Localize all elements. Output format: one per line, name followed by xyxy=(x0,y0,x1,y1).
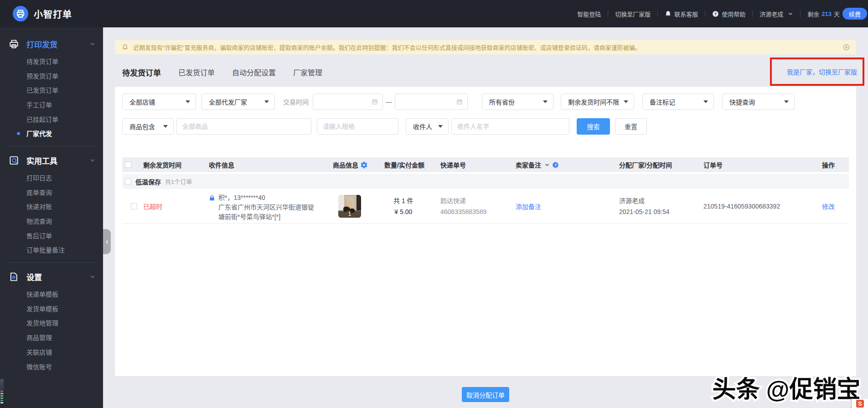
col-order-no: 订单号 xyxy=(703,160,822,169)
sidebar-item-courier-reconcile[interactable]: 快递对账 xyxy=(0,199,103,214)
spec-input[interactable] xyxy=(323,123,393,130)
product-keyword-field xyxy=(176,118,311,135)
order-no-cell: 210519-416059300683392 xyxy=(703,189,822,223)
order-tabs: 待发货订单 已发货订单 自动分配设置 厂家管理 xyxy=(115,64,322,80)
date-range-separator: — xyxy=(386,98,392,105)
chevron-down-icon xyxy=(89,41,96,47)
sidebar-section-title: 打印发货 xyxy=(26,38,89,50)
sidebar-item-preship-orders[interactable]: 预发货订单 xyxy=(0,68,103,83)
receiver-name-input[interactable] xyxy=(457,123,563,130)
help-circle-icon: ? xyxy=(712,10,719,17)
renew-button[interactable]: 续费 xyxy=(842,8,867,20)
cancel-assign-button[interactable]: 取消分配订单 xyxy=(462,387,509,402)
sidebar-item-shipped-orders[interactable]: 已发货订单 xyxy=(0,83,103,97)
sidebar-item-pending-orders[interactable]: 待发货订单 xyxy=(0,54,103,68)
sidebar-item-waybill-query[interactable]: 底单查询 xyxy=(0,185,103,199)
col-qty-amount: 数量/实付金额 xyxy=(384,160,440,169)
sidebar-item-manual-orders[interactable]: 手工订单 xyxy=(0,97,103,112)
switch-to-factory-version-link[interactable]: 我是厂家，切换至厂家版 xyxy=(787,67,857,76)
sidebar-section-items: 待发货订单 预发货订单 已发货订单 手工订单 已挂起订单 厂家代发 xyxy=(0,54,103,141)
receiver-type-select[interactable]: 收件人 xyxy=(406,118,449,135)
shop-select[interactable]: 全部店铺 xyxy=(122,94,196,110)
filter-row-1: 全部店铺 全部代发厂家 交易时间 — xyxy=(122,94,795,110)
topnav-separator xyxy=(657,10,658,17)
sidebar-item-factory-dropship[interactable]: 厂家代发 xyxy=(0,126,103,141)
chevron-down-icon xyxy=(89,157,96,163)
sidebar-section-items: 打印日志 底单查询 快递对账 物流查询 售后订单 订单批量备注 xyxy=(0,170,103,257)
sidebar-item-shiplist-template[interactable]: 发货单模板 xyxy=(0,301,103,316)
tracking-number: 4608335883589 xyxy=(440,206,516,217)
sidebar-item-wechat-account[interactable]: 微信账号 xyxy=(0,359,103,374)
note-mark-select[interactable]: 备注标记 xyxy=(642,94,714,110)
remaining-days-prefix: 剩余 xyxy=(807,10,819,18)
qty-amount-cell: 共 1 件 ¥ 5.00 xyxy=(384,189,440,223)
brand: 小智打单 xyxy=(13,6,72,21)
topnav-help[interactable]: ? 使用帮助 xyxy=(712,10,745,18)
sidebar-section-settings-header[interactable]: 设置 xyxy=(0,267,103,287)
topnav-separator xyxy=(608,10,608,17)
add-note-link[interactable]: 添加备注 xyxy=(516,202,619,211)
sidebar-item-aftersale-orders[interactable]: 售后订单 xyxy=(0,228,103,243)
bell-icon xyxy=(665,10,672,17)
notice-close-icon[interactable] xyxy=(843,44,850,51)
seller-note-cell: 添加备注 xyxy=(516,189,619,223)
topnav-user-menu[interactable]: 济源老成 xyxy=(760,10,793,18)
select-all-checkbox[interactable] xyxy=(125,162,131,168)
col-remain-ship-time: 剩余发货时间 xyxy=(143,160,209,169)
reset-button[interactable]: 重置 xyxy=(615,118,647,135)
chevron-down-icon xyxy=(89,273,96,280)
tab-shipped-orders[interactable]: 已发货订单 xyxy=(178,67,215,78)
topnav-switch-factory-version[interactable]: 切换至厂家版 xyxy=(615,10,651,18)
remain-ship-time-select-value: 剩余发货时间不限 xyxy=(568,97,619,106)
sidebar-item-batch-remark[interactable]: 订单批量备注 xyxy=(0,243,103,257)
remaining-days: 剩余 213 天 xyxy=(807,10,840,18)
product-image[interactable]: 1 xyxy=(338,195,361,218)
order-amount: ¥ 5.00 xyxy=(393,206,413,217)
topnav-contact-service-label: 联系客服 xyxy=(674,10,698,18)
trade-time-start-input[interactable] xyxy=(313,94,383,110)
tab-factory-manage[interactable]: 厂家管理 xyxy=(293,67,322,78)
courier-cell: 韵达快递 4608335883589 xyxy=(440,189,516,223)
modify-link[interactable]: 修改 xyxy=(822,202,849,211)
product-keyword-input[interactable] xyxy=(182,123,305,130)
topnav-separator xyxy=(800,10,801,17)
sidebar-section-title: 设置 xyxy=(26,271,89,282)
province-select[interactable]: 所有省份 xyxy=(482,94,553,110)
topnav-contact-service[interactable]: 联系客服 xyxy=(665,10,698,18)
tab-pending-orders[interactable]: 待发货订单 xyxy=(122,67,161,78)
topnav-smart-login[interactable]: 智能登陆 xyxy=(577,10,601,18)
product-contains-select[interactable]: 商品包含 xyxy=(122,118,174,135)
chevron-down-icon[interactable] xyxy=(544,162,550,167)
orders-panel: 全部店铺 全部代发厂家 交易时间 — xyxy=(115,87,856,376)
row-checkbox[interactable] xyxy=(131,203,137,209)
dropship-factory-select[interactable]: 全部代发厂家 xyxy=(202,94,275,110)
filter-row-2: 商品包含 收件人 搜索 xyxy=(122,118,647,135)
bottom-action-bar: 取消分配订单 xyxy=(103,376,868,408)
help-circle-icon[interactable]: ? xyxy=(552,162,559,168)
remaining-days-suffix: 天 xyxy=(834,10,840,18)
sidebar-item-held-orders[interactable]: 已挂起订单 xyxy=(0,112,103,126)
col-product-info: 商品信息 xyxy=(333,160,384,169)
quick-query-select[interactable]: 快捷查询 xyxy=(722,94,795,110)
remain-ship-time-select[interactable]: 剩余发货时间不限 xyxy=(561,94,634,110)
search-button[interactable]: 搜索 xyxy=(577,118,610,135)
column-settings-gear-icon[interactable] xyxy=(361,162,367,168)
assigned-factory-cell: 济源老成 2021-05-21 09:54 xyxy=(619,189,703,223)
app-window: 小智打单 智能登陆 切换至厂家版 联系客服 ? 使用帮助 xyxy=(0,0,868,408)
sidebar-section-tools-header[interactable]: 实用工具 xyxy=(0,150,103,170)
sidebar-item-print-log[interactable]: 打印日志 xyxy=(0,170,103,185)
sidebar-item-courier-template[interactable]: 快递单模板 xyxy=(0,287,103,301)
sidebar-section-print-ship-header[interactable]: 打印发货 xyxy=(0,34,103,54)
sidebar-item-logistics-query[interactable]: 物流查询 xyxy=(0,214,103,228)
svg-text:?: ? xyxy=(714,11,717,16)
notice-text: 近期发现有“诈骗犯”冒充服务商，骗取商家的店铺账密，提取商家的账户余额。我们在此… xyxy=(133,43,843,52)
sidebar-item-product-manage[interactable]: 商品管理 xyxy=(0,330,103,345)
sidebar-collapse-handle[interactable] xyxy=(103,229,111,254)
sidebar-item-linked-shops[interactable]: 关联店铺 xyxy=(0,345,103,359)
group-checkbox[interactable] xyxy=(125,178,131,185)
sidebar-item-shipfrom-manage[interactable]: 发货地管理 xyxy=(0,316,103,330)
topnav-separator xyxy=(705,10,705,17)
bell-icon xyxy=(122,44,129,51)
tab-auto-assign-settings[interactable]: 自动分配设置 xyxy=(232,67,276,78)
trade-time-end-input[interactable] xyxy=(395,94,468,110)
